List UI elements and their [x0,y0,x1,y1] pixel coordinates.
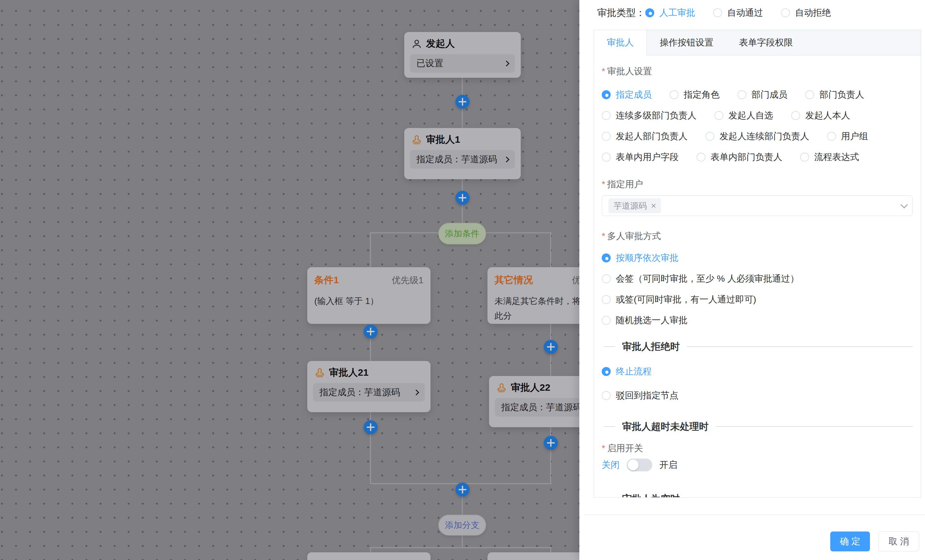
chevron-down-icon [901,201,908,209]
add-node-button[interactable] [544,340,558,354]
radio-off-icon [602,316,611,325]
enable-switch-label: 启用开关 [607,442,643,455]
radio-label: 驳回到指定节点 [616,390,679,402]
radio-label: 会签（可同时审批，至少 % 人必须审批通过） [616,272,799,285]
multi-mode-option-row: 或签(可同时审批，有一人通过即可) [602,293,913,306]
radio-form-dept-leader[interactable]: 表单内部门负责人 [696,151,782,163]
radio-process-expression[interactable]: 流程表达式 [800,151,859,163]
stamp-icon [314,367,325,378]
radio-label: 流程表达式 [814,151,859,163]
settings-tabs: 审批人 操作按钮设置 表单字段权限 * 审批人设置 指定成员 指定角色 部门成员… [594,30,921,498]
tab-action-buttons[interactable]: 操作按钮设置 [647,30,726,55]
start-node-config[interactable]: 已设置 [410,54,515,73]
radio-off-icon [602,295,611,304]
radio-starter-self[interactable]: 发起人本人 [791,110,850,122]
radio-label: 人工审批 [659,7,695,19]
radio-label: 按顺序依次审批 [616,252,679,264]
assign-user-select[interactable]: 芋道源码 [602,196,913,216]
empty-approver-section-title: 审批人为空时 [622,492,680,498]
add-node-button[interactable] [455,483,470,497]
approver-setting-row3: 发起人部门负责人 发起人连续部门负责人 用户组 [602,130,913,143]
condition1-priority: 优先级1 [392,274,423,286]
radio-dept-leader[interactable]: 部门负责人 [805,89,864,101]
connector-line [370,547,371,552]
radio-return-to-node[interactable]: 驳回到指定节点 [602,390,679,402]
approver1-node-config[interactable]: 指定成员：芋道源码 [410,150,515,169]
radio-on-icon [602,90,611,99]
timeout-section-title: 审批人超时未处理时 [622,420,709,433]
radio-off-icon [602,153,611,162]
condition1-node[interactable]: 条件1 优先级1 (输入框 等于 1） [307,267,431,324]
multi-mode-option-row: 会签（可同时审批，至少 % 人必须审批通过） [602,272,913,285]
approver1-assignee: 指定成员：芋道源码 [416,153,497,166]
radio-random-one[interactable]: 随机挑选一人审批 [602,314,687,327]
start-node-status: 已设置 [416,57,443,69]
approve-type-radio-group: 人工审批 自动通过 自动拒绝 [645,7,849,19]
timeout-switch-row: 关闭 开启 [602,458,913,472]
add-node-button[interactable] [364,325,378,339]
timeout-enable-toggle[interactable] [627,459,652,471]
tab-form-field-perms[interactable]: 表单字段权限 [726,30,806,55]
connector-line [462,536,463,548]
radio-dept-member[interactable]: 部门成员 [737,89,787,101]
start-node-title: 发起人 [404,32,521,50]
start-node[interactable]: 发起人 已设置 [404,32,521,78]
radio-label: 发起人连续部门负责人 [720,130,809,142]
radio-assign-role[interactable]: 指定角色 [670,89,720,101]
parallel1-head: 并行1 无优先级 [307,552,431,560]
add-node-button[interactable] [364,420,378,434]
condition1-head: 条件1 优先级1 [307,267,431,287]
approver21-assignee: 指定成员：芋道源码 [319,386,400,398]
drawer-footer: 确 定 取 消 [584,515,925,560]
switch-on-label[interactable]: 开启 [659,459,677,471]
reject-option-row: 终止流程 [602,365,913,378]
approver21-node[interactable]: 审批人21 指定成员：芋道源码 [307,361,431,412]
radio-multi-level-dept-leader[interactable]: 连续多级部门负责人 [602,110,696,122]
tag-close-icon[interactable] [650,202,657,209]
approver1-node[interactable]: 审批人1 指定成员：芋道源码 [404,128,521,179]
radio-label: 终止流程 [616,366,652,378]
confirm-button[interactable]: 确 定 [830,531,870,551]
parallel1-title: 并行1 [314,559,339,560]
approver21-node-config[interactable]: 指定成员：芋道源码 [313,383,425,402]
tab-approver[interactable]: 审批人 [594,30,647,55]
cancel-button[interactable]: 取 消 [878,531,919,551]
approver22-assignee: 指定成员：芋道源码 [501,401,582,414]
radio-form-user-field[interactable]: 表单内用户字段 [602,151,679,163]
required-asterisk: * [602,179,605,190]
assign-user-label-row: * 指定用户 [602,178,913,191]
approver-setting-label-row: * 审批人设置 [602,65,913,78]
radio-off-icon [696,153,705,162]
selected-user-tag[interactable]: 芋道源码 [609,199,661,213]
add-condition-button[interactable]: 添加条件 [438,223,486,244]
multi-mode-label: 多人审批方式 [607,230,661,242]
radio-starter-dept-leader[interactable]: 发起人部门负责人 [602,130,687,142]
radio-assign-member[interactable]: 指定成员 [602,89,652,101]
parallel1-node[interactable]: 并行1 无优先级 [307,552,431,560]
divider-line [687,346,913,347]
add-node-button[interactable] [455,95,470,109]
radio-terminate-process[interactable]: 终止流程 [602,366,652,378]
add-branch-button[interactable]: 添加分支 [438,515,486,536]
radio-label: 表单内用户字段 [616,151,679,163]
reject-option-row: 驳回到指定节点 [602,389,913,402]
radio-orsign[interactable]: 或签(可同时审批，有一人通过即可) [602,294,756,306]
condition1-expression: (输入框 等于 1） [307,287,431,309]
switch-off-label[interactable]: 关闭 [602,459,620,471]
add-node-button[interactable] [544,436,558,450]
radio-countersign[interactable]: 会签（可同时审批，至少 % 人必须审批通过） [602,272,799,285]
approver-setting-row2: 连续多级部门负责人 发起人自选 发起人本人 [602,109,913,122]
radio-starter-multi-dept-leader[interactable]: 发起人连续部门负责人 [705,130,809,142]
add-node-button[interactable] [455,191,470,205]
radio-auto-pass[interactable]: 自动通过 [713,7,763,19]
radio-off-icon [713,8,722,17]
radio-manual-approve[interactable]: 人工审批 [645,7,695,19]
tab-bar: 审批人 操作按钮设置 表单字段权限 [594,30,921,55]
radio-auto-reject[interactable]: 自动拒绝 [781,7,831,19]
radio-user-group[interactable]: 用户组 [827,130,868,142]
radio-sequential-approve[interactable]: 按顺序依次审批 [602,252,679,264]
radio-starter-select[interactable]: 发起人自选 [714,110,773,122]
chevron-right-icon [413,390,419,395]
radio-label: 或签(可同时审批，有一人通过即可) [616,294,756,306]
approver21-node-title: 审批人21 [307,361,431,379]
